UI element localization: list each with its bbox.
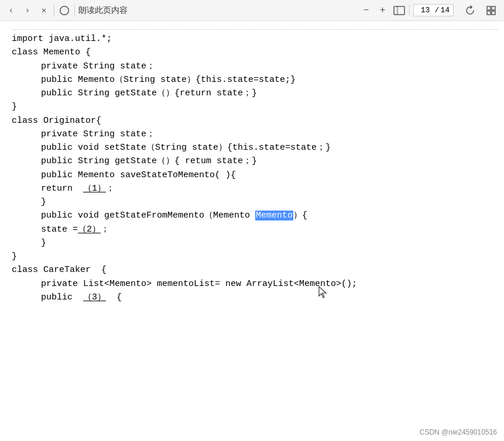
code-line-class-caretaker: class CareTaker {: [6, 263, 504, 277]
code-line-private-state: private String state；: [6, 60, 504, 73]
menu-icon[interactable]: [483, 2, 499, 19]
toolbar-left: ‹ › ✕ 朗读此页内容: [5, 4, 128, 17]
divider3: [409, 5, 410, 16]
divider2: [74, 5, 75, 16]
divider: [54, 5, 54, 16]
refresh-icon[interactable]: [462, 2, 478, 19]
code-line-close-memento: }: [6, 100, 504, 113]
zoom-out-btn[interactable]: −: [360, 4, 373, 17]
page-separator: /: [435, 6, 440, 15]
code-line-class-memento: class Memento {: [6, 46, 504, 59]
svg-rect-5: [487, 11, 491, 15]
watermark: CSDN @nie2459010516: [420, 428, 497, 436]
code-line-list: private List<Memento> mementoList= new A…: [6, 277, 504, 291]
back-icon[interactable]: ‹: [5, 4, 18, 17]
code-line-class-originator: class Originator{: [6, 114, 504, 128]
code-line-setstate: public void setState（String state）{this.…: [6, 141, 504, 154]
code-line-close-originator: }: [6, 250, 504, 263]
code-block: import java.util.*; class Memento { priv…: [0, 29, 504, 304]
stop-icon[interactable]: [58, 4, 71, 17]
page-number-input[interactable]: 13: [417, 6, 434, 15]
read-aloud-label[interactable]: 朗读此页内容: [78, 5, 128, 16]
svg-rect-6: [492, 11, 495, 15]
code-line-getstate: public String getState（）{return state；}: [6, 87, 504, 100]
code-line-getfrom: public void getStateFromMemento（Memento …: [6, 209, 504, 222]
page-total: 14: [440, 6, 450, 15]
highlighted-memento: Memento: [255, 211, 293, 220]
code-line-import: import java.util.*;: [6, 32, 504, 46]
blank-1: （1）: [83, 184, 106, 194]
svg-marker-0: [60, 6, 68, 15]
svg-rect-3: [487, 6, 491, 10]
watermark-text: CSDN @nie2459010516: [420, 428, 497, 436]
nav-extra: [462, 2, 499, 19]
forward-icon[interactable]: ›: [21, 4, 34, 17]
page-info: 13 / 14: [413, 4, 454, 16]
code-line-return-blank: return （1）；: [6, 182, 504, 195]
code-line-close-getfrom: }: [6, 236, 504, 250]
toolbar: ‹ › ✕ 朗读此页内容 − + 13 / 14: [0, 0, 504, 21]
zoom-in-btn[interactable]: +: [376, 4, 389, 17]
code-line-constructor: public Memento（String state）{this.state=…: [6, 73, 504, 87]
code-line-close-save: }: [6, 195, 504, 209]
blank-2: （2）: [78, 225, 101, 235]
code-line-getstate2: public String getState（）{ retum state；}: [6, 154, 504, 168]
separator-top: [12, 29, 498, 30]
code-line-state-eq: state =（2）；: [6, 223, 504, 236]
svg-rect-4: [492, 6, 495, 10]
blank-3: （3）: [83, 292, 106, 302]
code-line-savememento: public Memento saveStateToMemento( ){: [6, 168, 504, 182]
svg-rect-1: [394, 6, 404, 15]
content-area: import java.util.*; class Memento { priv…: [0, 21, 504, 441]
fit-page-icon[interactable]: [393, 4, 406, 17]
code-line-private-state2: private String state；: [6, 128, 504, 141]
close-icon[interactable]: ✕: [37, 4, 50, 17]
code-line-public-blank3: public （3） {: [6, 291, 504, 304]
